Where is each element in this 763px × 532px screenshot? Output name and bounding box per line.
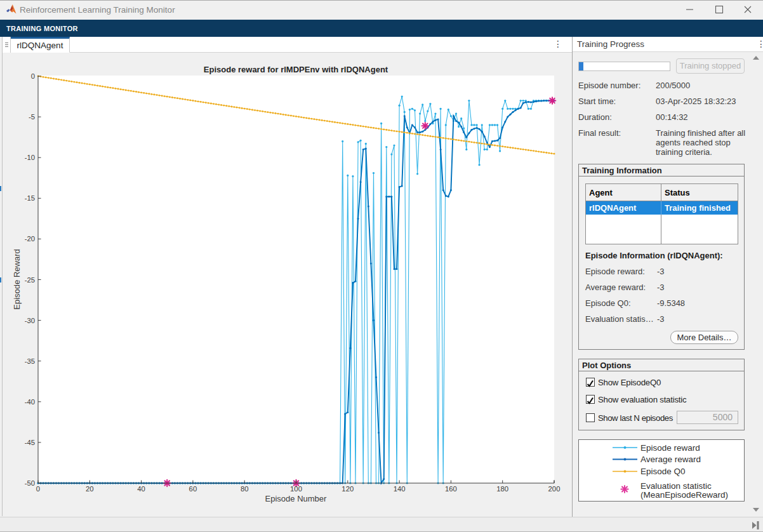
svg-text:-40: -40 <box>25 398 35 406</box>
svg-text:100: 100 <box>290 485 302 493</box>
svg-text:160: 160 <box>445 485 457 493</box>
svg-text:-25: -25 <box>25 276 35 284</box>
svg-text:Episode Q0: Episode Q0 <box>640 467 686 476</box>
svg-text:60: 60 <box>189 485 197 493</box>
svg-text:120: 120 <box>342 485 354 493</box>
svg-text:-20: -20 <box>25 235 35 243</box>
svg-text:-15: -15 <box>25 194 35 202</box>
svg-text:180: 180 <box>496 485 508 493</box>
svg-text:-50: -50 <box>25 479 35 487</box>
svg-text:-45: -45 <box>25 439 35 446</box>
svg-text:0: 0 <box>36 485 40 493</box>
svg-text:Average reward: Average reward <box>640 455 701 464</box>
svg-text:40: 40 <box>137 485 145 493</box>
svg-text:-5: -5 <box>29 113 35 121</box>
svg-text:Episode Reward: Episode Reward <box>12 249 22 309</box>
svg-text:20: 20 <box>86 485 94 493</box>
svg-text:80: 80 <box>241 485 249 493</box>
svg-text:Episode reward for rlMDPEnv wi: Episode reward for rlMDPEnv with rlDQNAg… <box>204 65 388 74</box>
svg-text:Episode Number: Episode Number <box>265 494 327 503</box>
svg-text:-30: -30 <box>25 317 35 324</box>
svg-text:200: 200 <box>548 485 561 493</box>
svg-text:-10: -10 <box>25 154 35 161</box>
svg-text:-35: -35 <box>25 357 35 365</box>
svg-text:Episode reward: Episode reward <box>640 443 700 453</box>
svg-text:(MeanEpisodeReward): (MeanEpisodeReward) <box>640 490 728 500</box>
svg-text:140: 140 <box>394 485 406 493</box>
svg-text:0: 0 <box>31 72 35 80</box>
